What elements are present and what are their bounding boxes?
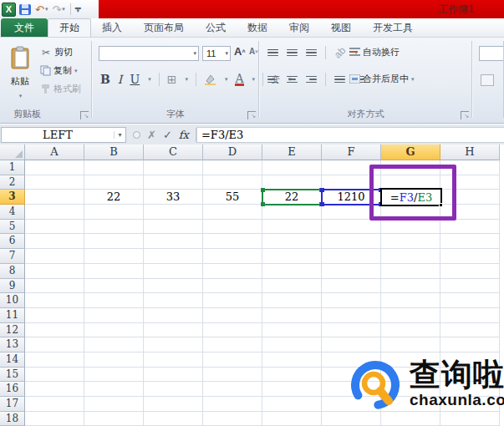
- cell-C6[interactable]: [144, 234, 203, 249]
- cell-D15[interactable]: [203, 368, 262, 383]
- column-header-A[interactable]: A: [25, 145, 84, 160]
- cell-F10[interactable]: [322, 293, 381, 308]
- row-header-8[interactable]: 8: [0, 264, 25, 279]
- cell-B6[interactable]: [84, 234, 144, 249]
- cell-E4[interactable]: [262, 205, 322, 220]
- cell-B11[interactable]: [84, 308, 144, 323]
- cell-E7[interactable]: [262, 249, 322, 264]
- paste-dropdown-arrow[interactable]: ▾: [19, 93, 23, 99]
- cell-H5[interactable]: [440, 220, 500, 235]
- cell-A18[interactable]: [25, 412, 84, 426]
- cell-A13[interactable]: [25, 337, 84, 352]
- row-header-7[interactable]: 7: [0, 249, 25, 264]
- cell-B15[interactable]: [84, 368, 144, 383]
- cell-G11[interactable]: [381, 308, 440, 323]
- cell-C15[interactable]: [144, 368, 203, 383]
- cell-B7[interactable]: [84, 249, 144, 264]
- clipboard-dialog-launcher[interactable]: ↘: [80, 111, 89, 119]
- cell-E8[interactable]: [262, 264, 322, 279]
- enter-button[interactable]: ✓: [163, 129, 172, 141]
- formula-bar-collapse-button[interactable]: [133, 131, 140, 139]
- cell-E16[interactable]: [262, 382, 322, 397]
- excel-app-icon[interactable]: X: [2, 3, 16, 17]
- cell-G5[interactable]: [381, 220, 440, 235]
- copy-button[interactable]: 复制 ▾: [40, 64, 78, 77]
- tab-审阅[interactable]: 审阅: [278, 18, 320, 37]
- cell-C18[interactable]: [144, 412, 203, 426]
- cell-C14[interactable]: [144, 352, 203, 368]
- cell-E11[interactable]: [262, 308, 322, 323]
- cell-F8[interactable]: [322, 264, 381, 279]
- row-header-12[interactable]: 12: [0, 323, 25, 338]
- cell-A7[interactable]: [25, 249, 84, 264]
- row-header-4[interactable]: 4: [0, 205, 25, 220]
- cell-E15[interactable]: [262, 368, 322, 383]
- cell-B12[interactable]: [84, 323, 144, 338]
- cell-H11[interactable]: [440, 308, 500, 323]
- cell-D12[interactable]: [203, 323, 262, 338]
- cell-A1[interactable]: [25, 160, 84, 175]
- cell-C7[interactable]: [144, 249, 203, 264]
- cell-F6[interactable]: [322, 234, 381, 249]
- cell-D11[interactable]: [203, 308, 262, 323]
- wrap-text-button[interactable]: 自动换行: [349, 46, 400, 58]
- column-header-E[interactable]: E: [262, 145, 322, 160]
- cell-H12[interactable]: [440, 323, 500, 338]
- cell-D18[interactable]: [203, 412, 262, 426]
- cell-C4[interactable]: [144, 205, 203, 220]
- underline-button[interactable]: U: [130, 73, 140, 86]
- window-title-area[interactable]: 工作簿1: [99, 0, 504, 18]
- cell-E1[interactable]: [262, 160, 322, 175]
- cut-button[interactable]: ✂ 剪切: [40, 46, 73, 58]
- number-format-combo-partial[interactable]: [479, 46, 504, 61]
- cell-C8[interactable]: [144, 264, 203, 279]
- cell-A10[interactable]: [25, 293, 84, 308]
- row-header-13[interactable]: 13: [0, 337, 25, 352]
- cell-D7[interactable]: [203, 249, 262, 264]
- cell-A5[interactable]: [25, 220, 84, 235]
- tab-插入[interactable]: 插入: [91, 18, 133, 37]
- decrease-indent-icon[interactable]: [334, 74, 345, 85]
- cell-G13[interactable]: [381, 337, 440, 352]
- row-header-9[interactable]: 9: [0, 279, 25, 294]
- save-button[interactable]: [18, 2, 32, 17]
- cell-E12[interactable]: [262, 323, 322, 338]
- cell-F5[interactable]: [322, 220, 381, 235]
- cell-B8[interactable]: [84, 264, 144, 279]
- row-header-17[interactable]: 17: [0, 397, 25, 412]
- row-header-1[interactable]: 1: [0, 160, 25, 175]
- row-header-2[interactable]: 2: [0, 175, 25, 190]
- row-header-5[interactable]: 5: [0, 220, 25, 235]
- cell-A16[interactable]: [25, 382, 84, 397]
- row-header-6[interactable]: 6: [0, 234, 25, 249]
- align-bottom-icon[interactable]: [306, 48, 317, 58]
- cell-A9[interactable]: [25, 279, 84, 294]
- underline-dropdown-arrow[interactable]: ▾: [148, 76, 151, 83]
- redo-button[interactable]: ↷▾: [51, 2, 65, 17]
- tab-视图[interactable]: 视图: [320, 18, 362, 37]
- cell-F7[interactable]: [322, 249, 381, 264]
- tab-开发工具[interactable]: 开发工具: [362, 18, 424, 37]
- cell-C1[interactable]: [144, 160, 203, 175]
- cell-D1[interactable]: [203, 160, 262, 175]
- row-header-18[interactable]: 18: [0, 412, 25, 426]
- cell-F12[interactable]: [322, 323, 381, 338]
- cell-D17[interactable]: [203, 397, 262, 412]
- partial-button[interactable]: [481, 74, 494, 86]
- cell-A2[interactable]: [25, 175, 84, 190]
- cell-G7[interactable]: [381, 249, 440, 264]
- column-header-H[interactable]: H: [440, 145, 500, 160]
- cell-D3[interactable]: 55: [203, 190, 262, 205]
- cell-B18[interactable]: [84, 412, 144, 426]
- cell-E14[interactable]: [262, 352, 322, 368]
- column-header-C[interactable]: C: [144, 145, 203, 160]
- cell-E9[interactable]: [262, 279, 322, 294]
- row-header-11[interactable]: 11: [0, 308, 25, 323]
- insert-function-button[interactable]: fx: [179, 129, 189, 141]
- cell-A15[interactable]: [25, 368, 84, 383]
- increase-font-button[interactable]: A˄: [234, 45, 245, 58]
- cell-C16[interactable]: [144, 382, 203, 397]
- cell-A14[interactable]: [25, 352, 84, 368]
- cell-F13[interactable]: [322, 337, 381, 352]
- cell-A17[interactable]: [25, 397, 84, 412]
